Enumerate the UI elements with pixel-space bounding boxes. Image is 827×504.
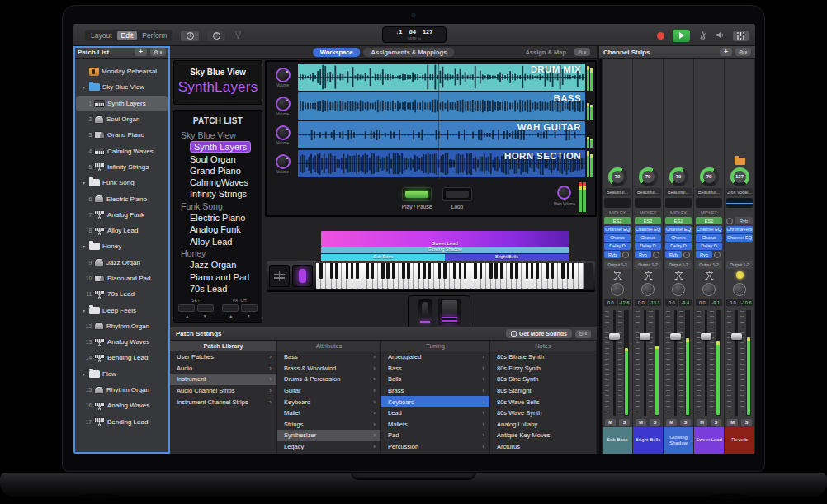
fader-cap[interactable] [731, 333, 742, 340]
sidebar-patch-row[interactable]: 14Bending Lead [76, 350, 168, 365]
black-key[interactable] [386, 263, 390, 279]
strip-name-tag[interactable]: Sweet Lead [694, 427, 724, 454]
channel-strips-action-menu[interactable]: ⊙∨ [735, 48, 751, 56]
get-more-sounds-button[interactable]: ↓Get More Sounds [506, 329, 572, 338]
fader-cap[interactable] [609, 333, 620, 340]
black-key[interactable] [551, 263, 555, 279]
assign-map-button[interactable]: Assign & Map [525, 49, 571, 56]
fader-area[interactable] [634, 309, 662, 417]
black-key[interactable] [319, 263, 323, 279]
library-row[interactable]: Bass› [277, 351, 380, 363]
solo-button[interactable]: S [741, 419, 752, 426]
track-volume-knob[interactable] [276, 97, 291, 111]
widget-set-row[interactable]: Funk Song [174, 200, 262, 212]
send-slot[interactable]: Rvb [604, 251, 621, 258]
solo-button[interactable]: S [650, 419, 660, 426]
fader-area[interactable] [695, 309, 723, 417]
send-level-knob[interactable] [683, 252, 690, 258]
black-key[interactable] [561, 263, 565, 279]
send-slot[interactable]: Rvb [665, 251, 682, 258]
disclosure-triangle-icon[interactable]: ▾ [81, 308, 87, 313]
patch-next-button[interactable] [241, 304, 258, 312]
strip-gain-knob[interactable]: 79 [608, 167, 627, 186]
strip-gain-knob[interactable]: 79 [669, 167, 688, 186]
layer-sub-bass[interactable]: Sub Bass [321, 254, 445, 261]
strip-setting-name[interactable]: Beautiful... [665, 188, 692, 196]
library-row[interactable]: Keyboard› [381, 396, 489, 407]
library-row[interactable]: User Patches› [170, 351, 276, 363]
strip-setting-name[interactable]: Beautiful... [604, 188, 631, 196]
fader-cap[interactable] [701, 333, 711, 340]
library-row[interactable]: Brass› [381, 385, 489, 397]
disclosure-triangle-icon[interactable]: ▾ [81, 84, 87, 90]
play-pause-button[interactable] [402, 187, 432, 201]
insert-slot[interactable]: Channel EQ [635, 226, 661, 233]
sidebar-set-row[interactable]: ▾Honey [76, 238, 168, 254]
sidebar-patch-row[interactable]: 9Jazz Organ [76, 255, 168, 271]
library-row[interactable]: Guitar› [277, 385, 380, 397]
library-row[interactable]: 80s Wave Synth [490, 407, 596, 419]
track-volume-knob[interactable] [276, 125, 291, 140]
pan-knob[interactable] [733, 283, 746, 296]
widget-patch-row[interactable]: Infinity Strings [174, 188, 262, 200]
library-row[interactable]: Analog Lullaby [490, 419, 596, 431]
black-key[interactable] [572, 263, 575, 279]
black-key[interactable] [330, 263, 333, 279]
disclosure-triangle-icon[interactable]: ▾ [81, 371, 87, 377]
black-key[interactable] [494, 263, 498, 279]
strip-setting-name[interactable]: Beautiful... [635, 188, 661, 196]
instrument-slot[interactable]: ES2 [696, 217, 722, 224]
tuning-fork-icon[interactable] [234, 28, 243, 43]
mod-wheel[interactable] [292, 265, 313, 287]
instrument-slot[interactable]: ES2 [635, 217, 661, 224]
expression-pedal[interactable] [418, 299, 432, 324]
eq-thumbnail[interactable] [635, 198, 661, 208]
input-icon[interactable] [726, 218, 733, 224]
library-row[interactable]: Bass› [381, 363, 489, 374]
library-row[interactable]: Audio Channel Strips› [170, 385, 276, 397]
insert-slot[interactable]: Chorus [665, 234, 692, 242]
output-slot[interactable]: Output 1-2 [604, 261, 631, 269]
insert-slot[interactable]: Channel EQ [726, 234, 753, 242]
sidebar-patch-row[interactable]: 15Rhythm Organ [76, 382, 168, 398]
library-row[interactable]: Pad› [381, 430, 489, 441]
library-action-menu[interactable]: ⊙∨ [575, 330, 591, 338]
sidebar-patch-row[interactable]: 7Analog Funk [76, 207, 168, 223]
play-button[interactable] [673, 30, 690, 42]
fader-area[interactable] [603, 309, 631, 417]
sidebar-set-row[interactable]: ▾Sky Blue View [76, 79, 168, 95]
insert-slot[interactable]: Chorus [635, 234, 661, 242]
black-key[interactable] [381, 263, 385, 279]
pitch-bend-wheel[interactable] [269, 265, 290, 287]
sidebar-patch-row[interactable]: 4Calming Waves [76, 143, 168, 158]
library-row[interactable]: 80s Sine Synth [490, 374, 596, 385]
mode-layout[interactable]: Layout [87, 31, 116, 40]
black-key[interactable] [443, 263, 447, 279]
sidebar-patch-row[interactable]: 13Analog Waves [76, 334, 168, 350]
strip-name-tag[interactable]: Bright Bells [633, 427, 663, 454]
black-key[interactable] [366, 263, 370, 279]
insert-slot[interactable]: Chorus [696, 234, 722, 242]
black-key[interactable] [402, 263, 405, 279]
mute-button[interactable]: M [636, 419, 646, 426]
black-key[interactable] [510, 263, 513, 279]
library-column-header[interactable]: Notes [490, 341, 596, 351]
piano-keys[interactable] [316, 263, 584, 289]
black-key[interactable] [423, 263, 426, 279]
workspace-action-menu[interactable]: ⊙∨ [574, 48, 590, 56]
black-key[interactable] [407, 263, 410, 279]
tab-assignments-mappings[interactable]: Assignments & Mappings [364, 48, 455, 57]
widget-patch-row[interactable]: Piano and Pad [174, 271, 262, 283]
library-row[interactable]: Strings› [277, 419, 380, 431]
speaker-icon[interactable] [716, 28, 725, 43]
disclosure-triangle-icon[interactable]: ▾ [81, 180, 87, 186]
strip-gain-knob[interactable]: 79 [639, 167, 658, 186]
send-slot[interactable]: Rvb [635, 251, 651, 258]
library-row[interactable]: Mallets› [381, 419, 489, 431]
library-row[interactable]: Brass & Woodwind› [277, 363, 380, 374]
library-column-header[interactable]: Patch Library [170, 341, 276, 351]
sustain-pedal[interactable] [438, 299, 461, 325]
sidebar-patch-row[interactable]: 3Grand Piano [76, 127, 168, 143]
library-row[interactable]: Arpeggiated› [381, 351, 489, 363]
strip-name-tag[interactable]: Sub Bass [603, 427, 632, 454]
